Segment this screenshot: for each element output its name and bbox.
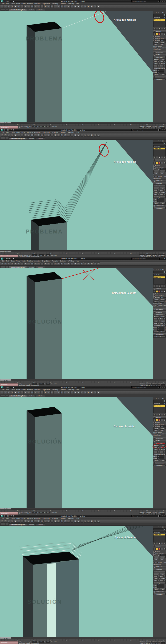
spinner-snap-icon[interactable]: ⇅ <box>60 262 64 265</box>
previous-frame-icon[interactable]: ‹ <box>151 256 153 258</box>
border-mode-icon[interactable]: ◇ <box>158 162 160 164</box>
bridge-settings-button[interactable]: □ <box>158 194 159 196</box>
extrude-button[interactable]: Extrude <box>153 189 157 191</box>
object-color-swatch[interactable] <box>164 400 166 402</box>
select-and-move-icon[interactable]: + <box>34 391 37 394</box>
menu-item[interactable]: Create <box>21 260 26 262</box>
undo-icon[interactable]: ↶ <box>9 515 11 517</box>
rectangular-selection-region-icon[interactable]: ▭ <box>27 391 30 394</box>
project-folder-icon[interactable]: ▣ <box>13 258 14 260</box>
loop-button[interactable]: Loop <box>160 172 164 174</box>
save-file-icon[interactable]: ▥ <box>7 0 9 2</box>
crease-field[interactable]: 0.0 <box>157 586 164 588</box>
curve-editor-icon[interactable]: ∿ <box>80 5 84 8</box>
polygon-mode-icon[interactable]: ■ <box>161 419 163 421</box>
ring-button[interactable]: Ring <box>153 44 158 45</box>
configure-modifier-sets-icon[interactable]: ≡ <box>163 28 166 30</box>
shrink-button[interactable]: Shrink <box>153 41 159 43</box>
window-crossing-toggle-icon[interactable]: ◫ <box>30 5 34 8</box>
weld-button[interactable]: Weld <box>153 192 158 194</box>
menu-item[interactable]: Tools <box>5 3 10 4</box>
menu-item[interactable]: Animation <box>34 389 41 390</box>
layer-manager-icon[interactable]: ▦ <box>74 391 77 394</box>
help-search-box[interactable] <box>131 0 160 2</box>
search-icon[interactable] <box>158 129 159 130</box>
next-frame-icon[interactable]: › <box>156 127 158 129</box>
menu-item[interactable]: Help <box>75 260 80 262</box>
graphite-ribbon-toggle-icon[interactable]: ▴ <box>77 5 80 8</box>
by-angle-checkbox[interactable] <box>153 40 155 41</box>
rendered-frame-window-icon[interactable]: □ <box>94 134 97 136</box>
object-color-swatch[interactable] <box>164 142 166 144</box>
extrude-settings-button[interactable]: □ <box>158 189 159 191</box>
rollout-soft-selection-header[interactable]: + Soft Selection <box>153 566 166 568</box>
help-search-input[interactable] <box>132 387 157 388</box>
search-icon[interactable] <box>158 258 159 259</box>
rectangular-selection-region-icon[interactable]: ▭ <box>27 262 30 265</box>
crease-field[interactable]: 0.0 <box>157 72 164 73</box>
schematic-view-icon[interactable]: ◇ <box>84 5 87 8</box>
menu-item[interactable]: Graph Editors <box>41 389 51 390</box>
polygon-modeling-icon[interactable] <box>0 394 3 396</box>
create-shape-button[interactable]: Create Shape From Selection <box>153 453 166 455</box>
menu-item[interactable]: Help <box>75 132 80 133</box>
select-object-icon[interactable]: ⌖ <box>20 391 24 394</box>
polygon-mode-icon[interactable]: ■ <box>161 290 163 293</box>
border-mode-icon[interactable]: ◇ <box>158 548 160 550</box>
pin-stack-icon[interactable]: ⊥ <box>153 414 156 416</box>
angle-snap-icon[interactable]: ∠ <box>54 134 57 136</box>
ribbon-tab[interactable]: Freeform <box>27 395 36 397</box>
edge-mode-icon[interactable]: ╱ <box>156 33 158 35</box>
object-name-field[interactable] <box>153 271 163 273</box>
menu-item[interactable]: Group <box>10 389 15 390</box>
pin-stack-icon[interactable]: ⊥ <box>153 28 156 30</box>
by-angle-checkbox-row[interactable]: By Angle: 45.0 <box>153 554 166 556</box>
object-color-swatch[interactable] <box>164 528 166 530</box>
material-editor-icon[interactable]: ◐ <box>87 262 90 265</box>
modifier-list-dropdown[interactable]: Modifier List ▾ <box>153 16 166 18</box>
project-folder-icon[interactable]: ▣ <box>13 0 14 2</box>
remove-modifier-icon[interactable]: ⊗ <box>161 156 163 158</box>
menu-item[interactable]: Modifiers <box>26 3 34 4</box>
edit-tri-button[interactable]: Edit Tri <box>153 588 159 590</box>
go-to-end-icon[interactable]: » <box>158 384 160 386</box>
select-by-name-icon[interactable]: ▤ <box>24 520 27 522</box>
material-editor-icon[interactable]: ◐ <box>87 134 90 136</box>
snap-toggle-icon[interactable]: ∴ <box>50 391 54 394</box>
split-button[interactable]: Split <box>160 187 166 189</box>
save-file-icon[interactable]: ▥ <box>7 515 9 517</box>
modifier-list-dropdown[interactable]: Modifier List ▾ <box>153 145 166 147</box>
snap-toggle-icon[interactable]: ∴ <box>50 262 54 265</box>
menu-item[interactable]: Help <box>75 389 80 390</box>
ribbon-tab[interactable]: Freeform <box>27 138 36 140</box>
preview-option[interactable]: Multi <box>162 304 166 306</box>
remove-button[interactable]: Remove <box>153 316 159 318</box>
minimize-button[interactable]: – <box>160 129 162 131</box>
previous-frame-icon[interactable]: ‹ <box>151 513 153 515</box>
ribbon-tab[interactable]: Graphite Modeling Tools <box>9 266 27 268</box>
by-angle-checkbox-row[interactable]: By Angle: 45.0 <box>153 426 166 427</box>
named-selection-sets-icon[interactable]: ◧ <box>64 262 67 265</box>
hierarchy-tab[interactable]: ⌂ <box>158 397 159 399</box>
reference-coordinate-dropdown[interactable]: ▾ <box>44 134 47 136</box>
material-editor-icon[interactable]: ◐ <box>87 391 90 394</box>
weight-field[interactable]: 1.0 <box>157 327 164 328</box>
radio-icon[interactable] <box>153 176 155 177</box>
selection-tools-icon[interactable] <box>6 8 8 10</box>
stack-item-editable-poly[interactable]: Editable Poly <box>154 148 166 150</box>
menu-item[interactable]: Graph Editors <box>41 260 51 262</box>
element-mode-icon[interactable]: ◆ <box>163 290 166 293</box>
select-and-link-icon[interactable]: ∞ <box>7 134 10 136</box>
menu-item[interactable]: Group <box>10 132 15 133</box>
open-file-icon[interactable]: ▱ <box>6 0 7 2</box>
redo-icon[interactable]: ↷ <box>4 391 7 394</box>
select-by-name-icon[interactable]: ▤ <box>24 5 27 8</box>
connect-button[interactable]: Connect <box>160 451 164 453</box>
utilities-tab[interactable]: * <box>165 140 166 142</box>
selection-filter-dropdown[interactable]: ▾ <box>17 520 20 522</box>
render-production-icon[interactable]: ● <box>97 262 100 265</box>
weld-button[interactable]: Weld <box>153 578 158 580</box>
select-and-move-icon[interactable]: + <box>34 520 37 522</box>
redo-icon[interactable]: ↷ <box>11 515 13 517</box>
ignore-backfacing-checkbox[interactable] <box>153 552 155 554</box>
